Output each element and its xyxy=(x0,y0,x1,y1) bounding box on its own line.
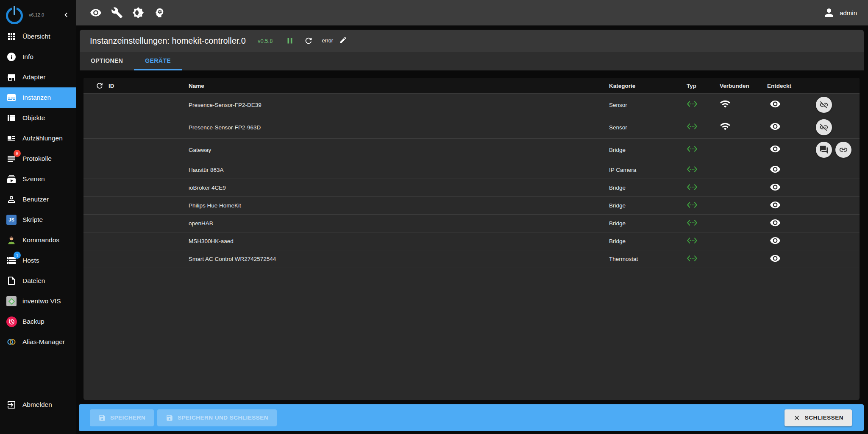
backup-icon xyxy=(6,316,17,327)
sidebar-item-logout[interactable]: Abmelden xyxy=(0,395,76,415)
sidebar-item-dateien[interactable]: Dateien xyxy=(0,271,76,291)
log-level-label: error xyxy=(322,38,333,44)
device-type-cell xyxy=(687,143,720,156)
sidebar-item-label: Adapter xyxy=(22,73,45,81)
sidebar-item-label: Abmelden xyxy=(22,401,52,409)
alias-circles-icon xyxy=(6,337,17,347)
close-button[interactable]: SCHLIESSEN xyxy=(785,409,852,426)
eye-icon xyxy=(770,98,781,111)
sidebar-item-benutzer[interactable]: Benutzer xyxy=(0,189,76,210)
iobroker-logo-icon xyxy=(5,5,25,25)
unpair-device-button[interactable] xyxy=(816,119,832,135)
instance-settings-dialog: Instanzeinstellungen: homekit-controller… xyxy=(80,30,864,400)
eye-icon xyxy=(770,235,781,248)
device-category: Sensor xyxy=(609,124,687,131)
expert-mode-icon[interactable] xyxy=(153,7,165,19)
content-area: Instanzeinstellungen: homekit-controller… xyxy=(76,25,868,434)
device-actions-cell xyxy=(815,142,860,158)
dialog-tabs: OPTIONENGERÄTE xyxy=(80,52,864,70)
sidebar-item-label: Skripte xyxy=(22,216,43,224)
eye-icon xyxy=(770,253,781,266)
eye-icon xyxy=(770,143,781,156)
sidebar-menu: ÜbersichtInfoAdapterInstanzenObjekteAufz… xyxy=(0,26,76,352)
sidebar-item-hosts[interactable]: 1Hosts xyxy=(0,250,76,271)
sidebar-item-label: inventwo VIS xyxy=(22,297,61,305)
settings-ethernet-icon xyxy=(687,121,698,134)
theme-toggle-icon[interactable] xyxy=(132,7,144,19)
storage-icon: 1 xyxy=(6,255,17,266)
reload-devices-icon[interactable] xyxy=(95,81,104,90)
alias-icon xyxy=(6,336,17,347)
sidebar: v6.12.0 ÜbersichtInfoAdapterInstanzenObj… xyxy=(0,0,76,434)
device-row: Presence-Sensor-FP2-963DSensor xyxy=(83,116,860,139)
sidebar-collapse-button[interactable] xyxy=(61,10,71,20)
unlink-icon xyxy=(819,100,829,109)
vis-icon xyxy=(6,296,17,307)
device-category: Thermostat xyxy=(609,256,687,262)
sidebar-item-skripte[interactable]: JSSkripte xyxy=(0,210,76,230)
admin-version-label: v6.12.0 xyxy=(29,12,44,17)
tab-optionen[interactable]: OPTIONEN xyxy=(80,52,134,70)
device-actions-cell xyxy=(815,119,860,135)
file-icon xyxy=(6,275,17,286)
subscriptions-icon xyxy=(6,174,17,185)
sidebar-item-alias-manager[interactable]: Alias-Manager xyxy=(0,332,76,352)
info-icon xyxy=(6,51,17,62)
settings-ethernet-icon xyxy=(687,182,698,194)
wrench-icon[interactable] xyxy=(111,7,123,19)
device-category: Bridge xyxy=(609,147,687,153)
main-area: admin Instanzeinstellungen: homekit-cont… xyxy=(76,0,868,434)
visibility-icon[interactable] xyxy=(90,7,102,19)
wifi-icon xyxy=(720,121,731,134)
device-type-cell xyxy=(687,217,720,230)
avatar-icon xyxy=(6,235,17,245)
sidebar-item-protokolle[interactable]: 8Protokolle xyxy=(0,148,76,169)
column-header-id: ID xyxy=(108,83,114,89)
eye-icon xyxy=(770,182,781,194)
sidebar-item-label: Alias-Manager xyxy=(22,338,65,346)
device-discovered-cell xyxy=(767,143,815,156)
device-category: IP Camera xyxy=(609,167,687,173)
save-and-close-button[interactable]: SPEICHERN UND SCHLIESSEN xyxy=(157,409,277,426)
edit-log-level-button[interactable] xyxy=(339,36,348,45)
sidebar-header: v6.12.0 xyxy=(0,0,76,26)
device-name: Haustür 863A xyxy=(189,167,609,173)
store-icon xyxy=(6,72,17,83)
app-window: v6.12.0 ÜbersichtInfoAdapterInstanzenObj… xyxy=(0,0,868,434)
tab-geräte[interactable]: GERÄTE xyxy=(134,52,182,70)
sidebar-item-inventwo-vis[interactable]: inventwo VIS xyxy=(0,291,76,311)
sidebar-item-label: Kommandos xyxy=(22,236,59,244)
sidebar-item-info[interactable]: Info xyxy=(0,47,76,67)
sidebar-item-kommandos[interactable]: Kommandos xyxy=(0,230,76,250)
sidebar-item-instanzen[interactable]: Instanzen xyxy=(0,87,76,108)
save-button[interactable]: SPEICHERN xyxy=(90,409,154,426)
sidebar-item-label: Hosts xyxy=(22,257,39,264)
settings-ethernet-icon xyxy=(687,164,698,176)
device-row: ioBroker 4CE9Bridge xyxy=(83,179,860,197)
unpair-device-button[interactable] xyxy=(816,97,832,113)
device-name: MSH300HK-aaed xyxy=(189,238,609,244)
device-discovered-cell xyxy=(767,164,815,176)
sidebar-item-szenen[interactable]: Szenen xyxy=(0,169,76,189)
sidebar-item-backup[interactable]: Backup xyxy=(0,311,76,332)
enums-icon xyxy=(6,133,17,144)
sidebar-item-uebersicht[interactable]: Übersicht xyxy=(0,26,76,47)
user-menu[interactable]: admin xyxy=(823,6,868,19)
sidebar-item-aufzaehlungen[interactable]: Aufzählungen xyxy=(0,128,76,148)
device-row: MSH300HK-aaedBridge xyxy=(83,232,860,250)
pencil-icon xyxy=(339,36,347,44)
device-discovered-cell xyxy=(767,235,815,248)
device-name: Presence-Sensor-FP2-DE39 xyxy=(189,102,609,108)
sidebar-item-adapter[interactable]: Adapter xyxy=(0,67,76,87)
javascript-icon: JS xyxy=(6,215,17,225)
column-header-kategorie: Kategorie xyxy=(609,83,687,89)
pause-instance-button[interactable] xyxy=(285,36,295,45)
sidebar-item-objekte[interactable]: Objekte xyxy=(0,108,76,128)
column-header-entdeckt: Entdeckt xyxy=(767,83,815,89)
dialog-header: Instanzeinstellungen: homekit-controller… xyxy=(80,30,864,52)
device-type-cell xyxy=(687,199,720,212)
restart-instance-button[interactable] xyxy=(304,36,313,45)
pair-device-button[interactable] xyxy=(835,142,851,158)
device-messages-button[interactable] xyxy=(816,142,832,158)
sidebar-item-label: Backup xyxy=(22,318,45,325)
